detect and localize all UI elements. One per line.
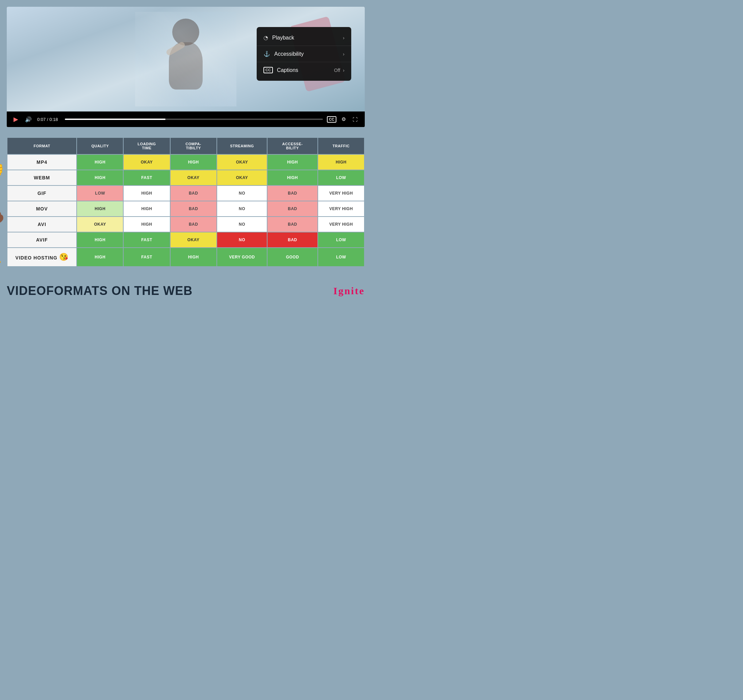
fullscreen-icon: ⛶ [352, 117, 358, 122]
cell-loading: FAST [124, 170, 170, 185]
ignite-logo: Ignite [333, 285, 365, 297]
volume-button[interactable]: 🔊 [24, 116, 33, 123]
cell-quality: HIGH [77, 155, 123, 170]
cell-quality: HIGH [77, 201, 123, 216]
cell-traffic: LOW [318, 248, 364, 266]
cell-access: HIGH [268, 155, 317, 170]
cell-streaming: OKAY [217, 170, 267, 185]
table-row: AVIFHIGHFASTOKAYNOBADLOW [7, 233, 364, 247]
left-emoji-group: 👍 💩 🤙 [0, 157, 5, 263]
menu-accessibility-label: Accessibility [274, 51, 303, 57]
cell-compat: OKAY [170, 170, 216, 185]
table-row: WEBMHIGHFASTOKAYOKAYHIGHLOW [7, 170, 364, 185]
progress-bar[interactable] [65, 119, 323, 120]
cell-compat: BAD [170, 217, 216, 232]
cell-traffic: VERY HIGH [318, 201, 364, 216]
header-compat: COMPA-TIBILTY [170, 138, 216, 154]
menu-playback-label: Playback [272, 35, 294, 41]
captions-icon: CC [263, 67, 273, 73]
footer-title: VIDEOFORMATS ON THE WEB [7, 284, 192, 298]
cell-traffic: LOW [318, 233, 364, 247]
cell-loading: OKAY [124, 155, 170, 170]
video-controls-bar: ▶ 🔊 0:07 / 0:18 CC ⚙ ⛶ [7, 111, 365, 127]
cell-traffic: VERY HIGH [318, 217, 364, 232]
header-access: ACCESSE-BILITY [268, 138, 317, 154]
cell-access: BAD [268, 201, 317, 216]
cell-traffic: LOW [318, 170, 364, 185]
play-button[interactable]: ▶ [12, 115, 19, 124]
table-row: GIFLOWHIGHBADNOBADVERY HIGH [7, 186, 364, 201]
cell-compat: BAD [170, 201, 216, 216]
cell-compat: BAD [170, 186, 216, 201]
settings-button[interactable]: ⚙ [340, 115, 348, 123]
cell-loading: FAST [124, 248, 170, 266]
table-header-row: FORMAT QUALITY LOADINGTIME COMPA-TIBILTY… [7, 138, 364, 154]
cell-streaming: NO [217, 217, 267, 232]
cell-loading: HIGH [124, 217, 170, 232]
footer: VIDEOFORMATS ON THE WEB Ignite [7, 277, 365, 301]
cell-traffic: HIGH [318, 155, 364, 170]
menu-item-playback[interactable]: ◔ Playback › [257, 30, 351, 46]
cell-access: BAD [268, 217, 317, 232]
cell-compat: OKAY [170, 233, 216, 247]
header-traffic: TRAFFIC [318, 138, 364, 154]
comparison-table-wrapper: 👍 💩 🤙 FORMAT QUALITY LOADINGTIME COMPA-T… [7, 137, 365, 267]
cell-streaming: NO [217, 186, 267, 201]
cell-quality: HIGH [77, 233, 123, 247]
cell-quality: HIGH [77, 170, 123, 185]
playback-icon: ◔ [263, 34, 268, 41]
progress-fill [65, 119, 166, 120]
cell-compat: HIGH [170, 248, 216, 266]
video-thumbnail: ◔ Playback › ⚓ Accessibility › CC Captio… [7, 7, 365, 111]
cell-streaming: NO [217, 201, 267, 216]
cell-traffic: VERY HIGH [318, 186, 364, 201]
accessibility-chevron: › [343, 51, 345, 57]
table-row: AVIOKAYHIGHBADNOBADVERY HIGH [7, 217, 364, 232]
cell-quality: LOW [77, 186, 123, 201]
control-icons-group: CC ⚙ ⛶ [327, 115, 359, 123]
cell-loading: HIGH [124, 201, 170, 216]
video-player: ◔ Playback › ⚓ Accessibility › CC Captio… [7, 7, 365, 127]
cell-compat: HIGH [170, 155, 216, 170]
hand-emoji: 🤙 [0, 246, 3, 264]
table-row: VIDEO HOSTING 😘HIGHFASTHIGHVERY GOODGOOD… [7, 248, 364, 266]
cell-access: BAD [268, 186, 317, 201]
menu-item-accessibility[interactable]: ⚓ Accessibility › [257, 46, 351, 62]
thumbs-up-emoji: 👍 [0, 156, 5, 176]
playback-chevron: › [343, 35, 345, 40]
menu-captions-label: Captions [277, 67, 298, 73]
volume-icon: 🔊 [25, 116, 32, 123]
poop-emoji: 💩 [0, 205, 5, 224]
accessibility-icon: ⚓ [263, 51, 270, 57]
cell-access: BAD [268, 233, 317, 247]
table-row: MOVHIGHHIGHBADNOBADVERY HIGH [7, 201, 364, 216]
cell-access: GOOD [268, 248, 317, 266]
cell-streaming: VERY GOOD [217, 248, 267, 266]
header-streaming: STREAMING [217, 138, 267, 154]
cell-loading: FAST [124, 233, 170, 247]
cell-access: HIGH [268, 170, 317, 185]
menu-item-captions[interactable]: CC Captions Off › [257, 62, 351, 78]
cc-button[interactable]: CC [327, 116, 336, 123]
header-loading: LOADINGTIME [124, 138, 170, 154]
gear-icon: ⚙ [342, 116, 346, 122]
fullscreen-button[interactable]: ⛶ [351, 116, 359, 123]
context-menu: ◔ Playback › ⚓ Accessibility › CC Captio… [257, 27, 351, 81]
cell-loading: HIGH [124, 186, 170, 201]
captions-value: Off [334, 68, 340, 73]
header-format: FORMAT [7, 138, 76, 154]
comparison-table: FORMAT QUALITY LOADINGTIME COMPA-TIBILTY… [7, 137, 365, 267]
time-display: 0:07 / 0:18 [37, 117, 61, 122]
cell-streaming: NO [217, 233, 267, 247]
cell-quality: OKAY [77, 217, 123, 232]
header-quality: QUALITY [77, 138, 123, 154]
cell-streaming: OKAY [217, 155, 267, 170]
table-row: MP4HIGHOKAYHIGHOKAYHIGHHIGH [7, 155, 364, 170]
cell-quality: HIGH [77, 248, 123, 266]
captions-chevron: › [343, 68, 345, 73]
